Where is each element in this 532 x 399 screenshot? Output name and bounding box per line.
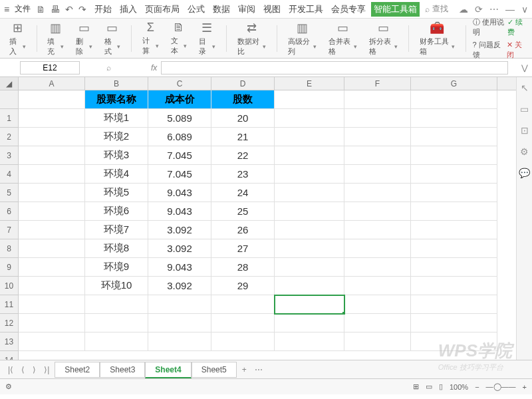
expand-icon[interactable]: ∨ [521, 4, 528, 15]
cell-D7[interactable]: 25 [211, 202, 275, 221]
cell-A1[interactable] [19, 90, 85, 109]
name-box[interactable] [20, 61, 80, 74]
menu-tab-1[interactable]: 插入 [117, 2, 140, 17]
cell-B6[interactable]: 环境5 [85, 184, 148, 202]
col-header-G[interactable]: G [411, 77, 497, 90]
cell-A2[interactable] [19, 109, 85, 128]
formula-expand-icon[interactable]: ⋁ [521, 63, 528, 72]
close-link[interactable]: ✕ 关闭 [507, 40, 527, 60]
status-settings-icon[interactable]: ⚙ [5, 382, 12, 391]
view-break-icon[interactable]: ▯ [439, 382, 443, 391]
renew-link[interactable]: ✓ 续费 [507, 17, 527, 37]
redo-icon[interactable]: ↷ [78, 4, 86, 15]
properties-icon[interactable]: ⊡ [521, 125, 529, 136]
cell-F13[interactable] [344, 314, 411, 332]
cell-E1[interactable] [275, 90, 344, 109]
tab-prev-icon[interactable]: ⟨ [19, 365, 27, 374]
cell-C10[interactable]: 9.043 [148, 258, 211, 277]
sheet-tab-Sheet3[interactable]: Sheet3 [100, 362, 145, 378]
select-icon[interactable]: ▭ [520, 104, 529, 114]
cell-E10[interactable] [275, 258, 344, 277]
minimize-icon[interactable]: — [505, 4, 515, 15]
print-icon[interactable]: 🖶 [51, 4, 60, 15]
menu-tab-6[interactable]: 视图 [261, 2, 283, 17]
cell-A5[interactable] [19, 165, 85, 184]
cell-E2[interactable] [275, 109, 344, 128]
cell-A11[interactable] [19, 277, 85, 295]
menu-tab-0[interactable]: 开始 [92, 2, 114, 17]
col-header-C[interactable]: C [148, 77, 211, 90]
zoom-out-icon[interactable]: − [475, 383, 479, 391]
cell-C8[interactable]: 3.092 [148, 221, 211, 239]
cell-C7[interactable]: 9.043 [148, 202, 211, 221]
cell-F12[interactable] [344, 295, 411, 314]
tab-next-icon[interactable]: ⟩ [30, 365, 39, 374]
cell-C1[interactable]: 成本价 [148, 90, 211, 109]
cell-E9[interactable] [275, 239, 344, 258]
cell-D10[interactable]: 28 [211, 258, 275, 277]
ribbon-btn-插入[interactable]: ⊞插入▾ [5, 19, 30, 58]
ribbon-btn-财务工具箱[interactable]: 🧰财务工具箱▾ [416, 19, 459, 58]
row-header-1[interactable]: 1 [0, 109, 18, 128]
cell-E8[interactable] [275, 221, 344, 239]
row-header-14[interactable]: 14 [0, 351, 18, 360]
row-header-5[interactable]: 5 [0, 184, 18, 202]
cell-F14[interactable] [344, 332, 411, 351]
menu-tab-2[interactable]: 页面布局 [142, 2, 182, 17]
tab-first-icon[interactable]: |⟨ [5, 365, 16, 374]
cell-B8[interactable]: 环境7 [85, 221, 148, 239]
cell-D5[interactable]: 23 [211, 165, 275, 184]
cell-C9[interactable]: 3.092 [148, 239, 211, 258]
cell-F7[interactable] [344, 202, 411, 221]
cell-A8[interactable] [19, 221, 85, 239]
cell-E4[interactable] [275, 146, 344, 165]
cell-G9[interactable] [411, 239, 497, 258]
cell-B4[interactable]: 环境3 [85, 146, 148, 165]
menu-tab-7[interactable]: 开发工具 [286, 2, 326, 17]
ribbon-btn-填充[interactable]: ▥填充▾ [43, 19, 68, 58]
cell-C3[interactable]: 6.089 [148, 128, 211, 146]
cell-F5[interactable] [344, 165, 411, 184]
cell-C13[interactable] [148, 314, 211, 332]
ribbon-btn-拆分表格[interactable]: ▭拆分表格▾ [365, 19, 402, 58]
grid-cells[interactable]: 股票名称成本价股数环境15.08920环境26.08921环境37.04522环… [19, 90, 516, 351]
cell-G1[interactable] [411, 90, 497, 109]
cell-G6[interactable] [411, 184, 497, 202]
cell-B3[interactable]: 环境2 [85, 128, 148, 146]
row-header-11[interactable]: 11 [0, 295, 18, 314]
cell-G7[interactable] [411, 202, 497, 221]
cell-F10[interactable] [344, 258, 411, 277]
save-icon[interactable]: 🗎 [36, 4, 45, 15]
cell-B5[interactable]: 环境4 [85, 165, 148, 184]
cell-A13[interactable] [19, 314, 85, 332]
cell-A3[interactable] [19, 128, 85, 146]
cell-G5[interactable] [411, 165, 497, 184]
select-all-corner[interactable]: ◢ [0, 77, 18, 90]
cell-D2[interactable]: 20 [211, 109, 275, 128]
row-header-8[interactable]: 8 [0, 239, 18, 258]
zoom-slider[interactable]: —◯—— [486, 382, 516, 391]
help-link[interactable]: ⓘ 使用说明 [473, 17, 505, 37]
cell-B10[interactable]: 环境9 [85, 258, 148, 277]
ribbon-btn-格式[interactable]: ▭格式▾ [100, 19, 125, 58]
cell-D6[interactable]: 24 [211, 184, 275, 202]
row-header-7[interactable]: 7 [0, 221, 18, 239]
zoom-level[interactable]: 100% [450, 383, 468, 391]
row-header-4[interactable]: 4 [0, 165, 18, 184]
menu-tab-8[interactable]: 会员专享 [329, 2, 368, 17]
cell-F9[interactable] [344, 239, 411, 258]
row-header-3[interactable]: 3 [0, 146, 18, 165]
ribbon-btn-删除[interactable]: ▭删除▾ [72, 19, 96, 58]
cell-B2[interactable]: 环境1 [85, 109, 148, 128]
col-header-F[interactable]: F [344, 77, 411, 90]
formula-input[interactable] [161, 61, 508, 74]
cell-F8[interactable] [344, 221, 411, 239]
cell-D14[interactable] [211, 332, 275, 351]
cell-A4[interactable] [19, 146, 85, 165]
cell-D12[interactable] [211, 295, 275, 314]
cell-F3[interactable] [344, 128, 411, 146]
cell-A7[interactable] [19, 202, 85, 221]
settings-icon[interactable]: ⚙ [520, 146, 529, 157]
add-sheet-button[interactable]: + [239, 365, 249, 374]
cell-B12[interactable] [85, 295, 148, 314]
